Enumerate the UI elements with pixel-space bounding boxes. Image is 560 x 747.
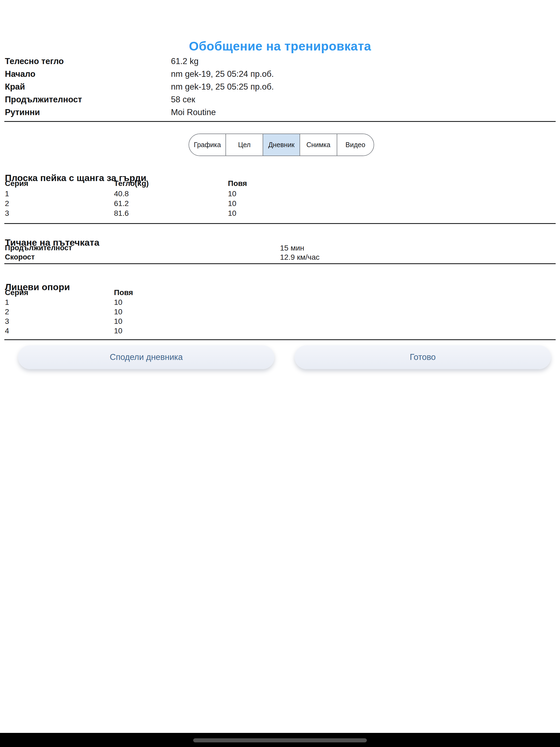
- table-row: 2 10: [0, 308, 560, 317]
- segmented-tab-bar: Графика Цел Дневник Снимка Видео: [189, 133, 374, 156]
- cell-reps: 10: [114, 327, 123, 335]
- summary-label: Рутинни: [5, 107, 40, 117]
- table-row: 4 10: [0, 327, 560, 336]
- column-header-set: Серия: [5, 288, 28, 297]
- home-indicator[interactable]: [193, 738, 367, 742]
- kv-value: 12.9 км/час: [280, 253, 320, 262]
- cell-set: 1: [5, 189, 9, 198]
- cell-reps: 10: [228, 189, 236, 198]
- system-home-bar: [0, 733, 560, 747]
- kv-value: 15 мин: [280, 244, 304, 253]
- column-header-set: Серия: [5, 179, 28, 188]
- summary-row-routine: Рутинни Moi Routine: [0, 106, 560, 119]
- page-title: Обобщение на тренировката: [0, 39, 560, 53]
- workout-summary-screen: Обобщение на тренировката Телесно тегло …: [0, 0, 560, 747]
- summary-block: Телесно тегло 61.2 kg Начало nm gek-19, …: [0, 55, 560, 119]
- column-header-weight: Тегло(kg): [114, 179, 149, 188]
- table-row: 1 40.8 10: [0, 189, 560, 199]
- cell-set: 2: [5, 199, 9, 208]
- cell-reps: 10: [114, 298, 123, 307]
- table-header-row: Серия Повя: [0, 288, 560, 298]
- table-row: 3 10: [0, 317, 560, 327]
- summary-value: nm gek-19, 25 05:25 пр.об.: [171, 82, 274, 92]
- summary-value: Moi Routine: [171, 107, 216, 117]
- divider: [4, 339, 556, 340]
- table-row: 2 61.2 10: [0, 199, 560, 209]
- share-log-button[interactable]: Сподели дневника: [18, 345, 274, 369]
- cell-set: 3: [5, 209, 9, 218]
- summary-value: nm gek-19, 25 05:24 пр.об.: [171, 69, 274, 79]
- table-row: 3 81.6 10: [0, 209, 560, 219]
- keyvalue-row-duration: Продължителност 15 мин: [0, 244, 560, 254]
- keyvalue-row-speed: Скорост 12.9 км/час: [0, 253, 560, 263]
- cell-set: 1: [5, 298, 9, 307]
- done-button[interactable]: Готово: [295, 345, 551, 369]
- summary-value: 58 сек: [171, 95, 195, 104]
- tab-snimka[interactable]: Снимка: [300, 134, 337, 156]
- kv-label: Скорост: [5, 253, 35, 261]
- summary-value: 61.2 kg: [171, 56, 198, 66]
- cell-weight: 40.8: [114, 189, 129, 198]
- cell-reps: 10: [228, 199, 236, 208]
- summary-label: Продължителност: [5, 95, 82, 104]
- column-header-reps: Повя: [114, 288, 133, 297]
- summary-label: Начало: [5, 69, 35, 79]
- divider: [4, 223, 556, 224]
- cell-set: 2: [5, 308, 9, 316]
- tab-cel[interactable]: Цел: [226, 134, 263, 156]
- tab-dnevnik-active[interactable]: Дневник: [263, 134, 300, 156]
- table-header-row: Серия Тегло(kg) Повя: [0, 179, 560, 189]
- kv-label: Продължителност: [5, 244, 72, 252]
- cell-weight: 81.6: [114, 209, 129, 218]
- cell-weight: 61.2: [114, 199, 129, 208]
- summary-row-end: Край nm gek-19, 25 05:25 пр.об.: [0, 80, 560, 93]
- cell-set: 3: [5, 317, 9, 326]
- cell-set: 4: [5, 327, 9, 335]
- cell-reps: 10: [114, 317, 123, 326]
- divider: [4, 121, 556, 122]
- divider: [4, 263, 556, 264]
- cell-reps: 10: [228, 209, 236, 218]
- column-header-reps: Повя: [228, 179, 247, 188]
- summary-row-duration: Продължителност 58 сек: [0, 93, 560, 106]
- summary-row-body-weight: Телесно тегло 61.2 kg: [0, 55, 560, 68]
- cell-reps: 10: [114, 308, 123, 316]
- table-row: 1 10: [0, 298, 560, 308]
- tab-grafika[interactable]: Графика: [189, 134, 226, 156]
- summary-label: Край: [5, 82, 25, 92]
- summary-label: Телесно тегло: [5, 56, 64, 66]
- summary-row-start: Начало nm gek-19, 25 05:24 пр.об.: [0, 68, 560, 80]
- tab-video[interactable]: Видео: [337, 134, 374, 156]
